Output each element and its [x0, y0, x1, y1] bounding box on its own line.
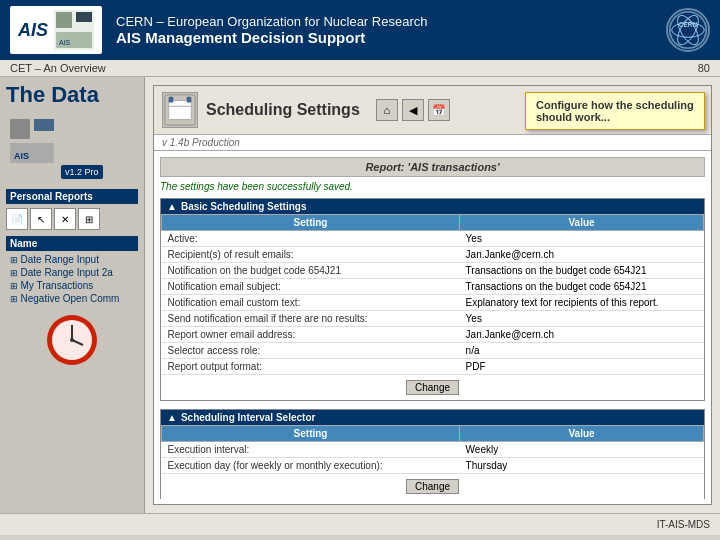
svg-rect-11 [10, 119, 30, 139]
sidebar-item-date-range-input-2a[interactable]: Date Range Input 2a [6, 266, 138, 279]
table-row: Notification email subject:Transactions … [162, 279, 704, 295]
sidebar-icon-doc[interactable]: 📄 [6, 208, 28, 230]
sidebar-icon-close[interactable]: ✕ [54, 208, 76, 230]
interval-col-setting: Setting [162, 426, 460, 442]
table-row: Report output format:PDF [162, 359, 704, 375]
setting-value: Explanatory text for recipients of this … [460, 295, 704, 311]
svg-rect-12 [34, 119, 54, 131]
basic-col-setting: Setting [162, 215, 460, 231]
setting-value: Yes [460, 311, 704, 327]
svg-text:AIS: AIS [14, 151, 29, 161]
interval-settings-section: ▲ Scheduling Interval Selector Setting V… [160, 409, 705, 499]
setting-label: Execution day (for weekly or monthly exe… [162, 458, 460, 474]
ais-logo-icon: AIS [54, 10, 94, 50]
breadcrumb-bar: CET – An Overview 80 [0, 60, 720, 77]
svg-rect-1 [56, 12, 72, 28]
collapse-icon-interval[interactable]: ▲ [167, 412, 177, 423]
scheduling-icon [162, 92, 198, 128]
table-row: Active:Yes [162, 231, 704, 247]
sidebar-icon-grid[interactable]: ⊞ [78, 208, 100, 230]
interval-settings-table: Setting Value Execution interval:WeeklyE… [161, 425, 704, 474]
setting-label: Recipient(s) of result emails: [162, 247, 460, 263]
setting-value: Transactions on the budget code 654J21 [460, 263, 704, 279]
page-number: 80 [698, 62, 710, 74]
svg-text:AIS: AIS [59, 39, 71, 46]
svg-rect-23 [187, 97, 192, 103]
table-row: Report owner email address:Jan.Janke@cer… [162, 327, 704, 343]
table-row: Execution interval:Weekly [162, 442, 704, 458]
interval-col-value: Value [460, 426, 704, 442]
svg-rect-21 [169, 101, 192, 120]
sidebar-version: v1.2 Pro [61, 165, 103, 179]
header-title-block: CERN – European Organization for Nuclear… [116, 14, 427, 46]
collapse-icon-basic[interactable]: ▲ [167, 201, 177, 212]
svg-point-5 [670, 12, 706, 48]
table-row: Notification on the budget code 654J21Tr… [162, 263, 704, 279]
sidebar-item-negative-open-comm[interactable]: Negative Open Comm [6, 292, 138, 305]
app-header: AIS AIS CERN – European Organization for… [0, 0, 720, 60]
nav-scheduler-btn[interactable]: 📅 [428, 99, 450, 121]
header-org-name: CERN – European Organization for Nuclear… [116, 14, 427, 29]
footer: IT-AIS-MDS [0, 513, 720, 535]
setting-value: n/a [460, 343, 704, 359]
ais-logo-text: AIS [18, 20, 48, 41]
sidebar-item-date-range-input[interactable]: Date Range Input [6, 253, 138, 266]
sidebar-item-my-transactions[interactable]: My Transactions [6, 279, 138, 292]
nav-back-btn[interactable]: ◀ [402, 99, 424, 121]
svg-rect-2 [76, 12, 92, 22]
setting-label: Send notification email if there are no … [162, 311, 460, 327]
setting-label: Notification email subject: [162, 279, 460, 295]
sidebar-section-personal-reports: Personal Reports [6, 189, 138, 204]
cern-logo-svg: CERN [668, 8, 708, 52]
tooltip-text: Configure how the scheduling should work… [536, 99, 694, 123]
scheduling-title: Scheduling Settings [206, 101, 360, 119]
footer-label: IT-AIS-MDS [657, 519, 710, 530]
setting-label: Notification on the budget code 654J21 [162, 263, 460, 279]
sidebar-ais-icon: AIS [6, 115, 58, 167]
header-app-name: AIS Management Decision Support [116, 29, 427, 46]
setting-value: PDF [460, 359, 704, 375]
table-row: Selector access role:n/a [162, 343, 704, 359]
tooltip-popup: Configure how the scheduling should work… [525, 92, 705, 130]
sidebar-icon-cursor[interactable]: ↖ [30, 208, 52, 230]
setting-label: Selector access role: [162, 343, 460, 359]
basic-settings-header: ▲ Basic Scheduling Settings [161, 199, 704, 214]
table-row: Recipient(s) of result emails:Jan.Janke@… [162, 247, 704, 263]
scheduling-nav-icons: ⌂ ◀ 📅 [376, 99, 450, 121]
table-row: Send notification email if there are no … [162, 311, 704, 327]
setting-value: Jan.Janke@cern.ch [460, 247, 704, 263]
scheduling-body: Report: 'AIS transactions' The settings … [154, 151, 711, 499]
success-message: The settings have been successfully save… [160, 181, 705, 192]
sidebar-icon-row: 📄 ↖ ✕ ⊞ [6, 208, 138, 230]
sidebar: The Data AIS v1.2 Pro Personal Reports 📄… [0, 77, 145, 513]
basic-col-value: Value [460, 215, 704, 231]
scheduling-version: v 1.4b Production [154, 135, 711, 151]
content-area: Scheduling Settings ⌂ ◀ 📅 v 1.4b Product… [145, 77, 720, 513]
setting-label: Report output format: [162, 359, 460, 375]
setting-label: Notification email custom text: [162, 295, 460, 311]
setting-value: Transactions on the budget code 654J21 [460, 279, 704, 295]
main-area: The Data AIS v1.2 Pro Personal Reports 📄… [0, 77, 720, 513]
clock-icon [47, 315, 97, 365]
basic-change-btn[interactable]: Change [406, 380, 459, 395]
sidebar-big-title: The Data [6, 83, 138, 107]
svg-rect-22 [169, 97, 174, 103]
cern-logo: CERN [666, 8, 710, 52]
interval-change-btn[interactable]: Change [406, 479, 459, 494]
setting-label: Active: [162, 231, 460, 247]
nav-home-btn[interactable]: ⌂ [376, 99, 398, 121]
setting-label: Execution interval: [162, 442, 460, 458]
setting-value: Jan.Janke@cern.ch [460, 327, 704, 343]
basic-settings-table: Setting Value Active:YesRecipient(s) of … [161, 214, 704, 375]
report-title-bar: Report: 'AIS transactions' [160, 157, 705, 177]
sidebar-table-header: Name [6, 236, 138, 251]
table-row: Notification email custom text:Explanato… [162, 295, 704, 311]
setting-value: Weekly [460, 442, 704, 458]
setting-value: Thursday [460, 458, 704, 474]
setting-value: Yes [460, 231, 704, 247]
scheduling-panel: Scheduling Settings ⌂ ◀ 📅 v 1.4b Product… [153, 85, 712, 505]
ais-logo-area: AIS AIS [10, 6, 102, 54]
basic-settings-section: ▲ Basic Scheduling Settings Setting Valu… [160, 198, 705, 401]
svg-point-19 [70, 338, 74, 342]
interval-settings-header: ▲ Scheduling Interval Selector [161, 410, 704, 425]
